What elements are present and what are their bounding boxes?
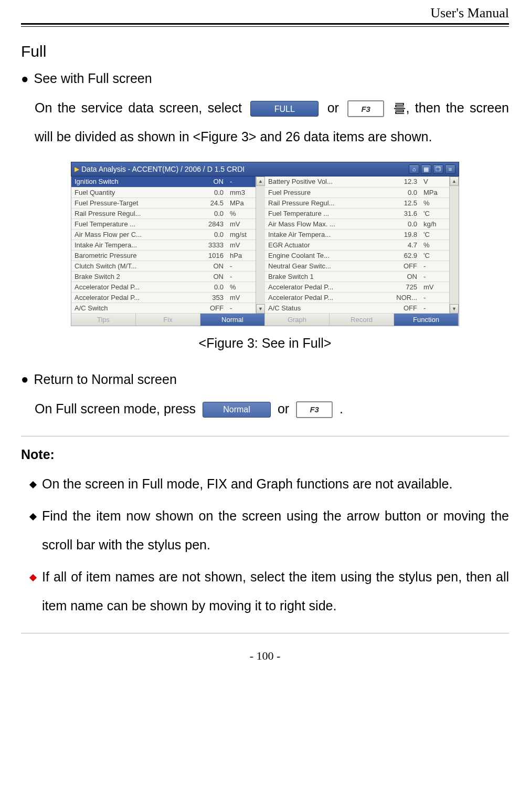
cell-name: Barometric Pressure xyxy=(71,250,195,261)
bullet2-text-mid: or xyxy=(278,401,293,416)
cell-unit: MPa xyxy=(420,187,449,197)
cell-value: OFF xyxy=(195,303,227,313)
cell-name: Air Mass Flow Max. ... xyxy=(265,218,389,229)
table-row[interactable]: Brake Switch 2ON- xyxy=(71,271,256,282)
cell-value: ON xyxy=(389,271,420,282)
table-row[interactable]: Intake Air Tempera...19.8'C xyxy=(265,229,449,240)
bullet2-text-pre: On Full screen mode, press xyxy=(35,401,199,416)
table-row[interactable]: A/C StatusOFF- xyxy=(265,303,449,313)
bullet1-text-pre: On the service data screen, select xyxy=(35,100,247,115)
titlebar-doc-icon[interactable]: ❐ xyxy=(433,164,443,174)
table-row[interactable]: Accelerator Pedal P...353mV xyxy=(71,292,256,303)
footer-tab-tips[interactable]: Tips xyxy=(71,314,136,326)
cell-unit: hPa xyxy=(227,250,256,261)
table-row[interactable]: Accelerator Pedal P...725mV xyxy=(265,282,449,292)
table-row[interactable]: Clutch Switch (M/T...ON- xyxy=(71,261,256,271)
cell-value: 24.5 xyxy=(195,197,227,208)
right-scrollbar[interactable]: ▲ ▼ xyxy=(449,176,459,314)
cell-name: Accelerator Pedal P... xyxy=(265,292,389,303)
cell-value: ON xyxy=(195,271,227,282)
footer-tab-fix[interactable]: Fix xyxy=(136,314,200,326)
table-row[interactable]: EGR Actuator4.7% xyxy=(265,240,449,250)
cell-name: Brake Switch 1 xyxy=(265,271,389,282)
table-row[interactable]: Fuel Temperature ...2843mV xyxy=(71,218,256,229)
table-row[interactable]: Fuel Quantity0.0mm3 xyxy=(71,187,256,197)
cell-unit: mV xyxy=(227,240,256,250)
diamond-icon xyxy=(29,513,37,520)
cell-unit: - xyxy=(227,176,256,187)
cell-name: Accelerator Pedal P... xyxy=(71,282,195,292)
cell-value: 31.6 xyxy=(389,208,420,218)
table-row[interactable]: A/C SwitchOFF- xyxy=(71,303,256,313)
bullet1-heading: See with Full screen xyxy=(34,71,152,86)
table-row[interactable]: Fuel Temperature ...31.6'C xyxy=(265,208,449,218)
footer-tab-function[interactable]: Function xyxy=(394,314,459,326)
cell-value: 0.0 xyxy=(389,218,420,229)
scroll-down-icon[interactable]: ▼ xyxy=(450,304,459,314)
cell-unit: mV xyxy=(420,282,449,292)
full-button[interactable]: FULL xyxy=(250,101,319,117)
cell-unit: mm3 xyxy=(227,187,256,197)
footer-tab-normal[interactable]: Normal xyxy=(200,314,265,326)
table-row[interactable]: Accelerator Pedal P...NOR...- xyxy=(265,292,449,303)
divider xyxy=(21,633,509,633)
table-row[interactable]: Neutral Gear Switc...OFF- xyxy=(265,261,449,271)
table-row[interactable]: Air Mass Flow per C...0.0mg/st xyxy=(71,229,256,240)
cell-value: 4.7 xyxy=(389,240,420,250)
scroll-up-icon[interactable]: ▲ xyxy=(256,176,265,186)
cell-value: NOR... xyxy=(389,292,420,303)
table-row[interactable]: Engine Coolant Te...62.9'C xyxy=(265,250,449,261)
cell-unit: - xyxy=(420,303,449,313)
titlebar-grid-icon[interactable]: ▦ xyxy=(421,164,431,174)
cell-name: Neutral Gear Switc... xyxy=(265,261,389,271)
cell-value: OFF xyxy=(389,261,420,271)
cell-value: 62.9 xyxy=(389,250,420,261)
scroll-track[interactable] xyxy=(450,186,459,304)
cell-value: 0.0 xyxy=(195,282,227,292)
cell-value: 12.3 xyxy=(389,176,420,187)
cell-name: EGR Actuator xyxy=(265,240,389,250)
titlebar-home-icon[interactable]: ⌂ xyxy=(409,164,419,174)
cell-unit: - xyxy=(227,303,256,313)
table-row[interactable]: Accelerator Pedal P...0.0% xyxy=(71,282,256,292)
left-scrollbar[interactable]: ▲ ▼ xyxy=(256,176,265,314)
cell-unit: % xyxy=(227,208,256,218)
table-row[interactable]: Ignition SwitchON- xyxy=(71,176,256,187)
f3-key-icon[interactable]: F3 xyxy=(347,100,384,117)
cell-unit: 'C xyxy=(420,229,449,240)
cell-value: 0.0 xyxy=(195,229,227,240)
scroll-track[interactable] xyxy=(256,186,265,304)
cell-value: 12.5 xyxy=(389,197,420,208)
cell-unit: - xyxy=(227,261,256,271)
cell-value: 2843 xyxy=(195,218,227,229)
figure-left-table: Ignition SwitchON-Fuel Quantity0.0mm3Fue… xyxy=(71,176,256,314)
normal-button[interactable]: Normal xyxy=(203,402,271,418)
cell-name: Fuel Quantity xyxy=(71,187,195,197)
table-row[interactable]: Battery Positive Vol...12.3V xyxy=(265,176,449,187)
table-row[interactable]: Intake Air Tempera...3333mV xyxy=(71,240,256,250)
scroll-up-icon[interactable]: ▲ xyxy=(450,176,459,186)
table-row[interactable]: Rail Pressure Regul...0.0% xyxy=(71,208,256,218)
cell-name: A/C Status xyxy=(265,303,389,313)
table-row[interactable]: Rail Pressure Regul...12.5% xyxy=(265,197,449,208)
table-row[interactable]: Fuel Pressure-Target24.5MPa xyxy=(71,197,256,208)
table-row[interactable]: Brake Switch 1ON- xyxy=(265,271,449,282)
f3-key-icon[interactable]: F3 xyxy=(296,401,333,418)
scroll-down-icon[interactable]: ▼ xyxy=(256,304,265,314)
footer-tab-record[interactable]: Record xyxy=(330,314,394,326)
cell-unit: - xyxy=(227,271,256,282)
table-row[interactable]: Barometric Pressure1016hPa xyxy=(71,250,256,261)
bullet-full-screen: ● See with Full screen xyxy=(21,71,509,86)
titlebar-icons: ⌂ ▦ ❐ ≡ xyxy=(409,164,455,174)
footer-tab-graph[interactable]: Graph xyxy=(265,314,330,326)
figure-titlebar: ▶ Data Analysis - ACCENT(MC) / 2006 / D … xyxy=(71,162,459,176)
table-row[interactable]: Fuel Pressure0.0MPa xyxy=(265,187,449,197)
titlebar-menu-icon[interactable]: ≡ xyxy=(445,164,455,174)
bullet2-heading: Return to Normal screen xyxy=(34,372,177,387)
table-row[interactable]: Air Mass Flow Max. ...0.0kg/h xyxy=(265,218,449,229)
note-item: If all of item names are not shown, sele… xyxy=(42,563,509,620)
cell-name: Air Mass Flow per C... xyxy=(71,229,195,240)
note-text: If all of item names are not shown, sele… xyxy=(42,569,509,613)
cell-unit: mV xyxy=(227,218,256,229)
cell-value: 0.0 xyxy=(195,208,227,218)
